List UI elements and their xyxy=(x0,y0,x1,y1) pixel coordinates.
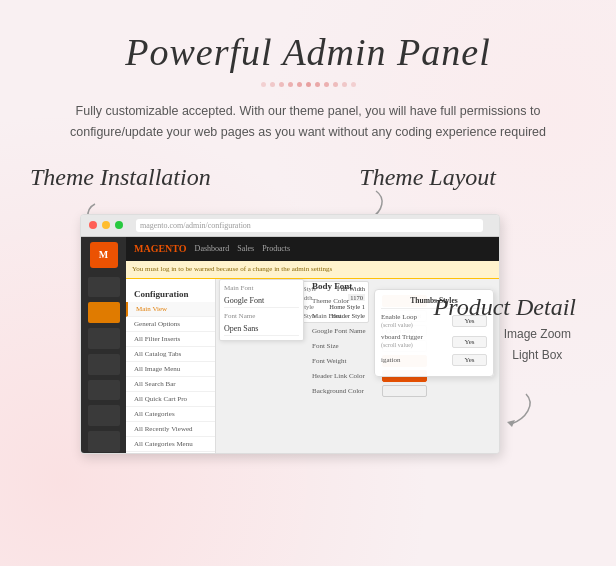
vboard-trigger-sub: (scroll value) xyxy=(381,342,452,350)
sidebar-item-6 xyxy=(88,405,120,426)
bg-color-label: Background Color xyxy=(312,387,382,395)
sidebar-item-5 xyxy=(88,380,120,401)
vboard-trigger-row: vboard Trigger (scroll value) Yes xyxy=(381,333,487,350)
font-name-value: Open Sans xyxy=(224,322,299,336)
topbar-item-3: Products xyxy=(262,244,290,253)
config-leftnav: Configuration Main View General Options … xyxy=(126,279,216,453)
dot-11 xyxy=(351,82,356,87)
header-link-color-label: Header Link Color xyxy=(312,372,382,380)
dot-8 xyxy=(324,82,329,87)
dot-10 xyxy=(342,82,347,87)
theme-color-label: Theme Color xyxy=(312,297,382,305)
main-font-value: Google Font xyxy=(224,294,299,308)
sidebar-item-2 xyxy=(88,302,120,323)
dot-7 xyxy=(315,82,320,87)
config-nav-search[interactable]: All Search Bar xyxy=(126,377,215,392)
warning-text: You must log in to be warned because of … xyxy=(132,265,332,273)
igation-value: Yes xyxy=(452,354,487,366)
topbar-item-1: Dashboard xyxy=(195,244,230,253)
sidebar-item-7 xyxy=(88,431,120,452)
sidebar-item-3 xyxy=(88,328,120,349)
config-nav-main-view[interactable]: Main View xyxy=(126,302,215,317)
page-wrapper: Powerful Admin Panel Fully customizable … xyxy=(0,0,616,566)
sidebar-item-4 xyxy=(88,354,120,375)
product-detail-label: Product Detail xyxy=(434,294,576,321)
page-title: Powerful Admin Panel xyxy=(20,30,596,74)
config-nav-categories[interactable]: All Categories xyxy=(126,407,215,422)
browser-close xyxy=(89,221,97,229)
sidebar-logo: M xyxy=(90,242,118,268)
topbar-item-2: Sales xyxy=(237,244,254,253)
config-nav-quick-cart[interactable]: All Quick Cart Pro xyxy=(126,392,215,407)
main-font-label: Main Font xyxy=(224,284,299,292)
vboard-trigger-value: Yes xyxy=(452,336,487,348)
browser-url: magento.com/admin/configuration xyxy=(136,219,483,232)
header-section: Powerful Admin Panel Fully customizable … xyxy=(20,30,596,144)
topbar-logo: MAGENTO xyxy=(134,243,187,254)
config-nav-general[interactable]: General Options xyxy=(126,317,215,332)
dot-6 xyxy=(306,82,311,87)
admin-sidebar: M xyxy=(81,237,126,453)
admin-topbar: MAGENTO Dashboard Sales Products xyxy=(126,237,499,261)
vboard-trigger-label: vboard Trigger (scroll value) xyxy=(381,333,452,350)
image-zoom-text: Image Zoom xyxy=(504,324,571,346)
installation-label: Theme Installation xyxy=(30,164,211,191)
font-name-section: Font Name Open Sans xyxy=(224,312,299,336)
browser-bar: magento.com/admin/configuration xyxy=(81,215,499,237)
config-nav-recently[interactable]: All Recently Viewed xyxy=(126,422,215,437)
dot-3 xyxy=(279,82,284,87)
dot-1 xyxy=(261,82,266,87)
light-box-text: Light Box xyxy=(504,345,571,367)
dot-5 xyxy=(297,82,302,87)
warning-bar: You must log in to be warned because of … xyxy=(126,261,499,279)
font-name-label: Font Name xyxy=(224,312,299,320)
browser-minimize xyxy=(102,221,110,229)
sidebar-item-1 xyxy=(88,277,120,298)
igation-row: igation Yes xyxy=(381,354,487,366)
bg-color-row: Background Color xyxy=(312,385,427,397)
enable-loop-sub: (scroll value) xyxy=(381,322,452,330)
body-main-font-label: Main Font xyxy=(312,312,382,320)
content-area: Theme Installation Theme Layout magento.… xyxy=(20,164,596,474)
igation-label: igation xyxy=(381,356,452,365)
config-nav-filter[interactable]: All Filter Inserts xyxy=(126,332,215,347)
dots-decoration xyxy=(20,82,596,87)
browser-maximize xyxy=(115,221,123,229)
dot-2 xyxy=(270,82,275,87)
config-nav-cat-menu[interactable]: All Categories Menu xyxy=(126,437,215,452)
config-nav-catalog[interactable]: All Catalog Tabs xyxy=(126,347,215,362)
product-detail-info: Image Zoom Light Box xyxy=(504,324,571,367)
config-nav-image[interactable]: All Image Menu xyxy=(126,362,215,377)
subtitle-text: Fully customizable accepted. With our th… xyxy=(48,101,568,144)
config-nav-login[interactable]: Admin Login xyxy=(126,452,215,454)
dot-4 xyxy=(288,82,293,87)
dot-9 xyxy=(333,82,338,87)
config-title: Configuration xyxy=(126,284,215,302)
admin-screenshot: magento.com/admin/configuration M xyxy=(80,214,500,454)
product-arrow xyxy=(491,389,536,429)
admin-body: M MAGENTO Dashboard Sales Products xyxy=(81,237,499,453)
font-weight-label: Font Weight xyxy=(312,357,382,365)
font-panel: Main Font Google Font Font Name Open San… xyxy=(219,279,304,341)
font-size-label: Font Size xyxy=(312,342,382,350)
bg-color-value xyxy=(382,385,427,397)
body-font-name-label: Google Font Name xyxy=(312,327,382,335)
